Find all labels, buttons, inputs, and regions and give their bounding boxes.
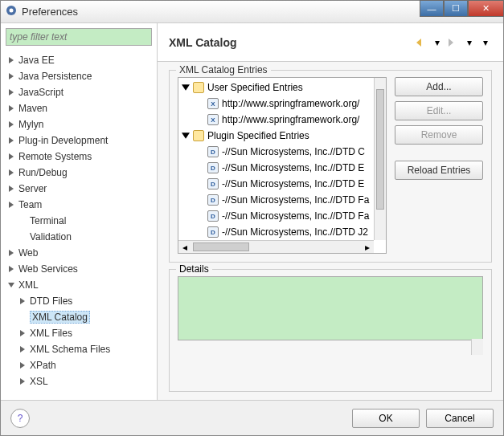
tree-item[interactable]: Java EE — [4, 52, 157, 68]
entry-group-label: Plugin Specified Entries — [207, 130, 309, 141]
tree-item[interactable]: XML Files — [4, 325, 157, 341]
back-menu-icon[interactable]: ▾ — [431, 36, 444, 49]
edit-button[interactable]: Edit... — [395, 101, 483, 120]
details-box — [178, 276, 483, 340]
entry-item[interactable]: D-//Sun Microsystems, Inc.//DTD E — [178, 160, 386, 176]
entry-group[interactable]: Plugin Specified Entries — [178, 128, 386, 144]
tree-item[interactable]: Web — [4, 245, 157, 261]
tree-item[interactable]: Maven — [4, 100, 157, 116]
expand-icon[interactable] — [182, 84, 190, 92]
details-scrollbar[interactable] — [471, 339, 483, 355]
folder-icon — [193, 82, 204, 93]
expand-icon[interactable] — [182, 132, 190, 140]
tree-item[interactable]: Run/Debug — [4, 165, 157, 181]
tree-item[interactable]: Terminal — [4, 213, 157, 229]
tree-item-label: Server — [18, 183, 47, 194]
entry-item[interactable]: D-//Sun Microsystems, Inc.//DTD C — [178, 144, 386, 160]
tree-item-label: Maven — [18, 103, 47, 114]
tree-item-label: Remote Systems — [18, 151, 92, 162]
entry-label: -//Sun Microsystems, Inc.//DTD Fa — [222, 210, 369, 222]
tree-item-label: Java Persistence — [18, 71, 92, 82]
close-button[interactable]: ✕ — [468, 0, 504, 17]
expand-icon[interactable] — [7, 56, 15, 64]
expand-icon[interactable] — [18, 345, 27, 353]
titlebar[interactable]: Preferences — ☐ ✕ — [1, 1, 503, 23]
tree-item-label: XPath — [30, 360, 56, 371]
entry-icon: D — [207, 210, 219, 222]
tree-item[interactable]: Server — [4, 181, 157, 197]
tree-item-label: Terminal — [30, 215, 66, 226]
entry-label: -//Sun Microsystems, Inc.//DTD E — [222, 162, 364, 173]
expand-icon[interactable] — [7, 88, 15, 96]
tree-item[interactable]: XML Schema Files — [4, 341, 157, 357]
page-content: XML Catalog Entries User Specified Entri… — [158, 62, 503, 400]
tree-item[interactable]: Java Persistence — [4, 68, 157, 84]
expand-icon[interactable] — [18, 297, 27, 305]
tree-item[interactable]: Remote Systems — [4, 149, 157, 165]
window-buttons: — ☐ ✕ — [420, 0, 504, 17]
tree-item[interactable]: XPath — [4, 357, 157, 373]
entry-item[interactable]: Xhttp://www.springframework.org/ — [178, 96, 386, 112]
expand-icon[interactable] — [18, 361, 27, 369]
expand-icon[interactable] — [18, 329, 27, 337]
details-group: Details — [169, 269, 492, 392]
tree-item[interactable]: JavaScript — [4, 84, 157, 100]
entry-item[interactable]: D-//Sun Microsystems, Inc.//DTD E — [178, 176, 386, 192]
forward-icon[interactable] — [447, 36, 460, 49]
add-button[interactable]: Add... — [395, 77, 483, 96]
entry-item[interactable]: D-//Sun Microsystems, Inc.//DTD Fa — [178, 208, 386, 224]
dialog-body: Java EEJava PersistenceJavaScriptMavenMy… — [1, 23, 503, 400]
minimize-button[interactable]: — — [420, 0, 444, 17]
vertical-scrollbar[interactable] — [374, 78, 386, 240]
tree-item[interactable]: XSL — [4, 373, 157, 389]
maximize-button[interactable]: ☐ — [444, 0, 468, 17]
cancel-button[interactable]: Cancel — [426, 409, 494, 428]
expand-icon[interactable] — [7, 201, 15, 209]
expand-icon[interactable] — [7, 72, 15, 80]
expand-icon[interactable] — [7, 169, 15, 177]
tree-item[interactable]: XML — [4, 277, 157, 293]
page-header: XML Catalog ▾ ▾ ▾ — [158, 23, 503, 62]
app-icon — [6, 5, 17, 18]
entry-item[interactable]: Xhttp://www.springframework.org/ — [178, 112, 386, 128]
expand-icon[interactable] — [7, 104, 15, 112]
expand-icon[interactable] — [7, 137, 15, 145]
expand-icon[interactable] — [7, 185, 15, 193]
tree-item[interactable]: DTD Files — [4, 293, 157, 309]
expand-icon[interactable] — [7, 249, 15, 257]
entry-item[interactable]: D-//Sun Microsystems, Inc.//DTD Fa — [178, 192, 386, 208]
entry-label: -//Sun Microsystems, Inc.//DTD J2 — [222, 226, 368, 238]
tree-item[interactable]: Team — [4, 197, 157, 213]
tree-item-label: Web — [18, 247, 38, 259]
tree-item[interactable]: Validation — [4, 229, 157, 245]
tree-item-label: XML — [18, 279, 39, 291]
preferences-tree[interactable]: Java EEJava PersistenceJavaScriptMavenMy… — [1, 51, 157, 400]
horizontal-scrollbar[interactable]: ◂▸ — [178, 240, 374, 253]
entry-icon: X — [207, 114, 219, 125]
entry-group[interactable]: User Specified Entries — [178, 79, 386, 96]
expand-icon[interactable] — [7, 153, 15, 161]
tree-item-label: Web Services — [18, 263, 78, 275]
expand-icon[interactable] — [18, 377, 27, 385]
tree-item[interactable]: XML Catalog — [4, 309, 157, 325]
tree-item[interactable]: Plug-in Development — [4, 132, 157, 149]
back-icon[interactable] — [415, 36, 428, 49]
reload-entries-button[interactable]: Reload Entries — [395, 161, 483, 180]
entry-icon: D — [207, 146, 219, 157]
footer: ? OK Cancel — [1, 400, 503, 435]
view-menu-icon[interactable]: ▾ — [479, 36, 492, 49]
entries-buttons: Add... Edit... Remove Reload Entries — [395, 77, 483, 254]
filter-input[interactable] — [6, 28, 152, 46]
ok-button[interactable]: OK — [352, 409, 420, 428]
expand-icon[interactable] — [7, 120, 15, 128]
expand-icon[interactable] — [7, 265, 15, 273]
tree-item[interactable]: Mylyn — [4, 116, 157, 132]
expand-icon[interactable] — [7, 281, 15, 289]
forward-menu-icon[interactable]: ▾ — [463, 36, 476, 49]
remove-button[interactable]: Remove — [395, 125, 483, 145]
entries-listbox[interactable]: User Specified EntriesXhttp://www.spring… — [178, 77, 387, 254]
tree-item[interactable]: Web Services — [4, 261, 157, 277]
help-button[interactable]: ? — [10, 409, 30, 428]
tree-item-label: DTD Files — [30, 295, 72, 307]
entry-item[interactable]: D-//Sun Microsystems, Inc.//DTD J2 — [178, 224, 386, 238]
